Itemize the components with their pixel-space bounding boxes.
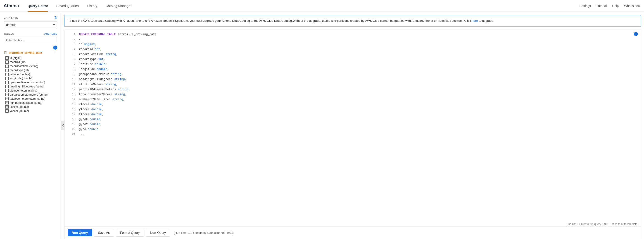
line-content: recordType int, xyxy=(79,57,106,62)
line-number: 19 xyxy=(68,122,75,127)
column-icon: T xyxy=(6,85,8,88)
line-number: 16 xyxy=(68,107,75,112)
line-number: 18 xyxy=(68,117,75,122)
database-select[interactable]: default xyxy=(4,22,57,28)
column-item: Tid (bigint) xyxy=(6,56,57,60)
line-number: 4 xyxy=(68,47,75,52)
filter-tables-input[interactable] xyxy=(4,37,57,43)
run-info: (Run time: 1.24 seconds, Data scanned: 0… xyxy=(174,231,234,234)
table-group-name[interactable]: 📋 metromile_driving_data xyxy=(4,51,42,54)
code-line: 20 gyro double, xyxy=(68,127,637,132)
column-item: Tlongitude (double) xyxy=(6,76,57,80)
column-icon: T xyxy=(6,73,8,76)
line-number: 15 xyxy=(68,102,75,107)
line-number: 9 xyxy=(68,72,75,77)
collapse-sidebar-button[interactable]: ❮ xyxy=(61,121,65,130)
database-section-label: DATABASE ↻ xyxy=(4,16,57,20)
code-line: 17 zAccel double, xyxy=(68,112,637,117)
editor-bottom-bar: Run Query Save As Format Query New Query… xyxy=(64,226,640,239)
table-group-header: 📋 metromile_driving_data ⋮ xyxy=(4,51,57,55)
top-nav: Athena Query Editor Saved Queries Histor… xyxy=(0,0,644,12)
run-query-button[interactable]: Run Query xyxy=(68,229,92,236)
tables-header: TABLES Add Table xyxy=(4,32,57,35)
info-icon-area: i xyxy=(4,46,57,50)
nav-whats-new[interactable]: What's new xyxy=(624,4,640,8)
line-number: 10 xyxy=(68,77,75,82)
code-line: 3 id bigint, xyxy=(68,42,637,47)
line-content: latitude double, xyxy=(79,62,107,67)
code-line: 4 recordId int, xyxy=(68,47,637,52)
refresh-icon[interactable]: ↻ xyxy=(54,16,58,20)
nav-item-catalog-manager[interactable]: Catalog Manager xyxy=(102,0,136,12)
line-content: headingMillidegrees string, xyxy=(79,77,127,82)
column-icon: T xyxy=(6,56,8,60)
nav-item-saved-queries[interactable]: Saved Queries xyxy=(52,0,83,12)
column-icon: T xyxy=(6,61,8,64)
code-line: 8 longitude double, xyxy=(68,67,637,72)
column-item: Tnumberofsatellites (string) xyxy=(6,101,57,105)
content-area: To use the AWS Glue Data Catalog with Am… xyxy=(61,12,644,239)
column-item: Trecorddatetime (string) xyxy=(6,64,57,68)
code-line: 19 gyroY double, xyxy=(68,122,637,127)
code-line: 14 numberOfSatellites string, xyxy=(68,97,637,102)
info-icon[interactable]: i xyxy=(53,46,57,50)
nav-item-query-editor[interactable]: Query Editor xyxy=(24,0,52,12)
code-line: 18 gyroX double, xyxy=(68,117,637,122)
format-query-button[interactable]: Format Query xyxy=(116,229,144,236)
line-number: 6 xyxy=(68,57,75,62)
column-item: Trecordid (int) xyxy=(6,60,57,64)
line-content: id bigint, xyxy=(79,42,96,47)
line-content: altitudeMeters string, xyxy=(79,82,118,87)
line-content: ... xyxy=(79,132,84,137)
new-query-button[interactable]: New Query xyxy=(146,229,170,236)
nav-items: Query Editor Saved Queries History Catal… xyxy=(24,0,580,12)
column-item: Theadingmillidegrees (string) xyxy=(6,85,57,89)
column-item: Taltitudemeters (string) xyxy=(6,89,57,93)
editor-info-icon[interactable]: i xyxy=(634,32,638,36)
line-content: numberOfSatellites string, xyxy=(79,97,125,102)
line-content: xAccel double, xyxy=(79,102,104,107)
code-line: 10 headingMillidegrees string, xyxy=(68,77,637,82)
column-item: Tgpsspeedkmperhour (string) xyxy=(6,80,57,85)
notification-banner: To use the AWS Glue Data Catalog with Am… xyxy=(64,15,641,27)
column-icon: T xyxy=(6,81,8,84)
nav-item-history[interactable]: History xyxy=(83,0,102,12)
line-content: CREATE EXTERNAL TABLE metromile_driving_… xyxy=(79,32,156,37)
column-icon: T xyxy=(6,65,8,68)
line-number: 14 xyxy=(68,97,75,102)
upgrade-link[interactable]: here xyxy=(472,19,478,23)
sidebar: DATABASE ↻ default TABLES Add Table i 📋 … xyxy=(0,12,61,239)
line-content: partialOdometerMeters string, xyxy=(79,87,130,92)
line-number: 13 xyxy=(68,92,75,97)
column-list: Tid (bigint)Trecordid (int)Trecorddateti… xyxy=(4,56,57,113)
column-item: Tlatitude (double) xyxy=(6,72,57,76)
line-number: 12 xyxy=(68,87,75,92)
code-line: 6 recordType int, xyxy=(68,57,637,62)
table-group-menu[interactable]: ⋮ xyxy=(53,51,57,55)
line-number: 2 xyxy=(68,37,75,42)
add-table-link[interactable]: Add Table xyxy=(44,32,57,35)
line-content: longitude double, xyxy=(79,67,109,72)
line-content: gyroX double, xyxy=(79,117,102,122)
nav-settings[interactable]: Settings xyxy=(580,4,591,8)
nav-tutorial[interactable]: Tutorial xyxy=(596,4,607,8)
column-icon: T xyxy=(6,89,8,92)
nav-help[interactable]: Help xyxy=(612,4,619,8)
column-icon: T xyxy=(6,69,8,72)
table-group-icon: 📋 xyxy=(4,51,8,54)
editor-area[interactable]: 1CREATE EXTERNAL TABLE metromile_driving… xyxy=(64,30,640,226)
line-number: 3 xyxy=(68,42,75,47)
code-line: 13 totalOdometerMeters string, xyxy=(68,92,637,97)
column-item: Tyaccel (double) xyxy=(6,109,57,113)
line-content: zAccel double, xyxy=(79,112,104,117)
column-icon: T xyxy=(6,93,8,96)
line-content: yAccel double, xyxy=(79,107,104,112)
line-number: 11 xyxy=(68,82,75,87)
line-content: totalOdometerMeters string, xyxy=(79,92,127,97)
column-icon: T xyxy=(6,77,8,80)
code-line: 5 recordDateTime string, xyxy=(68,52,637,57)
code-line: 9 gpsSpeedKmPerHour string, xyxy=(68,72,637,77)
save-as-button[interactable]: Save As xyxy=(94,229,114,236)
code-line: 15 xAccel double, xyxy=(68,102,637,107)
ctrl-hint: Use Ctrl + Enter to run query, Ctrl + Sp… xyxy=(566,222,638,226)
